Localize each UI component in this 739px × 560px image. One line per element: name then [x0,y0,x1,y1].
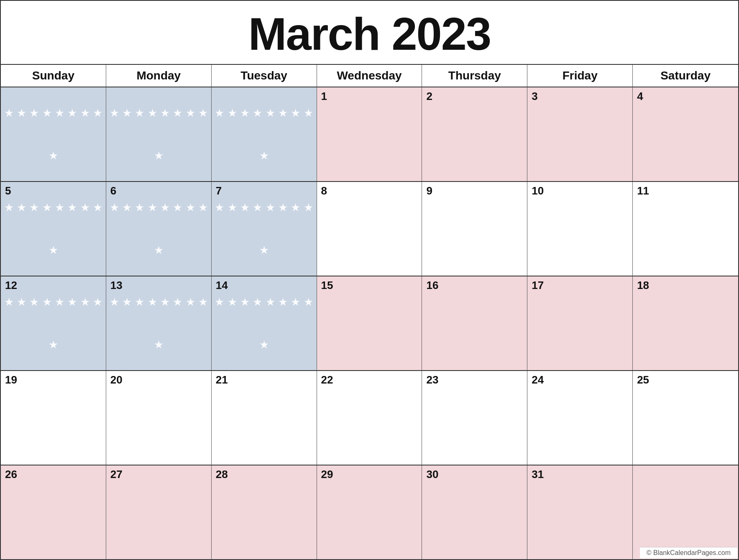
day-header-monday: Monday [106,65,212,87]
day-cell-w4-thu: 23 [422,371,527,465]
day-cell-w4-sat: 25 [633,371,738,465]
day-cell-w5-sun: 26 [1,465,106,559]
day-cell-w3-wed: 15 [317,276,422,370]
calendar-title: March 2023 [1,8,738,59]
days-header: Sunday Monday Tuesday Wednesday Thursday… [1,65,738,87]
day-header-wednesday: Wednesday [317,65,422,87]
day-cell-w4-sun: 19 [1,371,106,465]
day-cell-w5-thu: 30 [422,465,527,559]
day-cell-w1-mon: ★★★ ★★★ ★★★ [106,87,212,181]
day-cell-w2-tue: 7 ★★★ ★★★ ★★★ [212,182,317,276]
day-cell-w3-tue: 14 ★★★ ★★★ ★★★ [212,276,317,370]
day-cell-w5-tue: 28 [212,465,317,559]
week-row-2: 5 ★★★ ★★★ ★★★ 6 ★★★ ★★★ ★★★ [1,182,738,276]
day-cell-w3-fri: 17 [527,276,633,370]
day-header-friday: Friday [527,65,633,87]
day-cell-w1-thu: 2 [422,87,527,181]
day-cell-w5-mon: 27 [106,465,212,559]
day-cell-w4-wed: 22 [317,371,422,465]
day-header-sunday: Sunday [1,65,106,87]
day-header-thursday: Thursday [422,65,527,87]
week-row-4: 19 20 21 22 23 24 25 [1,371,738,465]
day-cell-w1-sat: 4 [633,87,738,181]
day-cell-w5-fri: 31 [527,465,633,559]
calendar-footer: © BlankCalendarPages.com [640,547,737,558]
day-cell-w2-wed: 8 [317,182,422,276]
day-header-saturday: Saturday [633,65,738,87]
day-cell-w4-mon: 20 [106,371,212,465]
calendar-wrapper: March 2023 Sunday Monday Tuesday Wednesd… [0,0,739,560]
weeks-container: ★★★ ★★★ ★★★ ★★★ ★★★ ★★★ ★★ [1,87,738,559]
day-cell-w2-mon: 6 ★★★ ★★★ ★★★ [106,182,212,276]
day-cell-w3-mon: 13 ★★★ ★★★ ★★★ [106,276,212,370]
day-cell-w2-sun: 5 ★★★ ★★★ ★★★ [1,182,106,276]
day-cell-w1-fri: 3 [527,87,633,181]
day-cell-w3-sat: 18 [633,276,738,370]
day-cell-w5-wed: 29 [317,465,422,559]
day-cell-w5-sat [633,465,738,559]
day-cell-w1-tue: ★★★ ★★★ ★★★ [212,87,317,181]
week-row-3: 12 ★★★ ★★★ ★★★ 13 ★★★ ★★★ ★★★ [1,276,738,371]
day-cell-w3-thu: 16 [422,276,527,370]
day-cell-w2-fri: 10 [527,182,633,276]
day-cell-w2-thu: 9 [422,182,527,276]
day-cell-w2-sat: 11 [633,182,738,276]
day-cell-w1-sun: ★★★ ★★★ ★★★ [1,87,106,181]
footer-text: © BlankCalendarPages.com [647,549,731,556]
day-cell-w1-wed: 1 [317,87,422,181]
day-cell-w4-tue: 21 [212,371,317,465]
day-header-tuesday: Tuesday [212,65,317,87]
day-cell-w3-sun: 12 ★★★ ★★★ ★★★ [1,276,106,370]
day-cell-w4-fri: 24 [527,371,633,465]
week-row-5: 26 27 28 29 30 31 [1,465,738,559]
calendar-header: March 2023 [1,1,738,65]
calendar-grid: Sunday Monday Tuesday Wednesday Thursday… [1,65,738,559]
week-row-1: ★★★ ★★★ ★★★ ★★★ ★★★ ★★★ ★★ [1,87,738,182]
